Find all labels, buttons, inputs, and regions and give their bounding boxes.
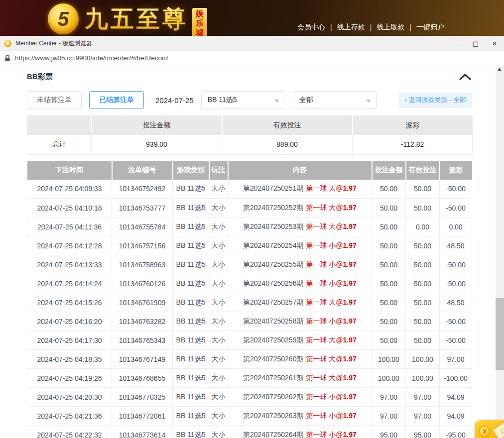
cell-valid-bet: 50.00 (406, 180, 440, 199)
scope-select[interactable]: 全部 (293, 91, 377, 109)
cell-bet-time: 2024-07-25 04:11:36 (27, 218, 112, 236)
cell-bet-time: 2024-07-25 04:19:26 (27, 369, 112, 388)
back-to-game-category-button[interactable]: ‹ 返回游戏类别 - 全部 (399, 93, 473, 108)
content-pick: 第一球 大@ (306, 374, 343, 382)
cell-play-type: 大小 (209, 426, 228, 438)
date-picker[interactable]: 2024-07-25 (155, 96, 194, 105)
cell-payout: 48.50 (440, 293, 472, 312)
content-pick: 第一球 大@ (306, 184, 343, 192)
cell-valid-bet: 50.00 (406, 293, 440, 312)
close-button[interactable]: ✕ (485, 36, 504, 51)
summary-header-payout: 派彩 (353, 115, 473, 135)
cell-content: 第202407250254期第一球 小@1.97 (228, 236, 372, 255)
table-row: 2024-07-25 04:11:36 101346755784 BB 11选5… (27, 218, 472, 236)
header-bet-id: 注单编号 (112, 161, 173, 180)
content-period: 第202407250252期 (243, 204, 303, 212)
lock-icon (4, 55, 10, 62)
cell-payout: 97.00 (440, 350, 472, 369)
cell-bet-time: 2024-07-25 04:21:36 (27, 407, 112, 426)
cell-play-type: 大小 (209, 255, 228, 274)
content-odds: 1.97 (343, 431, 357, 438)
scrollbar-thumb[interactable] (496, 298, 504, 370)
cell-content: 第202407250256期第一球 小@1.97 (228, 274, 372, 293)
cell-play-type: 大小 (209, 180, 228, 199)
content-pick: 第一球 小@ (306, 279, 343, 287)
cell-content: 第202407250264期第一球 小@1.97 (228, 426, 372, 438)
cell-bet-amount: 50.00 (372, 293, 406, 312)
badge-char: 娱 (196, 9, 204, 18)
content-period: 第202407250257期 (243, 298, 303, 306)
floating-rewards-widget[interactable]: ¥ (475, 420, 504, 438)
nav-separator: | (370, 23, 372, 31)
settled-bets-button[interactable]: 已结算注单 (89, 91, 144, 109)
nav-withdraw[interactable]: 线上取款 (377, 23, 404, 32)
cell-bet-time: 2024-07-25 04:17:30 (27, 331, 112, 350)
content-odds: 1.97 (343, 241, 357, 249)
bet-table-body: 2024-07-25 04:09:33 101346752492 BB 11选5… (27, 180, 472, 438)
cell-payout: -95.00 (440, 426, 472, 438)
content-odds: 1.97 (343, 204, 357, 212)
content-period: 第202407250259期 (243, 336, 303, 344)
cell-game-category: BB 11选5 (173, 218, 209, 236)
cell-valid-bet: 97.00 (406, 407, 440, 426)
badge-char: 乐 (196, 18, 204, 28)
content-period: 第202407250256期 (243, 279, 303, 287)
bet-table-header-row: 下注时间 注单编号 游戏类别 玩法 内容 投注金额 有效投注 派彩 (27, 161, 472, 180)
nav-one-click-transfer[interactable]: 一键归户 (416, 23, 444, 32)
header-valid-bet: 有效投注 (406, 161, 440, 180)
content-pick: 第一球 小@ (306, 317, 343, 325)
summary-header-bet-amount: 投注金额 (92, 115, 222, 135)
cell-bet-amount: 97.00 (372, 407, 406, 426)
summary-table: 投注金额 有效投注 派彩 总计 939.00 889.00 -112.82 (27, 115, 473, 155)
content-odds: 1.97 (343, 412, 357, 420)
cell-bet-id: 101346767149 (112, 350, 173, 369)
cell-valid-bet: 50.00 (406, 236, 440, 255)
minimize-button[interactable]: — (447, 36, 466, 51)
content-odds: 1.97 (343, 355, 357, 363)
bet-table: 下注时间 注单编号 游戏类别 玩法 内容 投注金额 有效投注 派彩 2024-0… (27, 161, 472, 438)
content-odds: 1.97 (343, 336, 357, 344)
table-row: 2024-07-25 04:22:32 101346773614 BB 11选5… (27, 426, 472, 438)
vertical-scrollbar[interactable] (496, 65, 504, 438)
content-pick: 第一球 大@ (306, 298, 343, 306)
content-odds: 1.97 (343, 279, 357, 287)
cell-bet-amount: 50.00 (372, 331, 406, 350)
cell-bet-time: 2024-07-25 04:20:30 (27, 388, 112, 407)
maximize-button[interactable]: □ (466, 36, 485, 51)
cell-game-category: BB 11选5 (173, 350, 209, 369)
address-bar[interactable]: https://www.jw05.cc:9900/infe/mcenter/#/… (0, 51, 504, 65)
cell-play-type: 大小 (209, 236, 228, 255)
content-pick: 第一球 小@ (306, 431, 343, 438)
content-period: 第202407250253期 (243, 222, 303, 230)
url-text[interactable]: https://www.jw05.cc:9900/infe/mcenter/#/… (15, 54, 168, 62)
table-row: 2024-07-25 04:12:28 101346757156 BB 11选5… (27, 236, 472, 255)
cell-game-category: BB 11选5 (173, 331, 209, 350)
game-select[interactable]: BB 11选5 (201, 91, 285, 109)
cell-payout: 94.09 (440, 388, 472, 407)
cell-bet-time: 2024-07-25 04:13:33 (27, 255, 112, 274)
cell-bet-id: 101346760126 (112, 274, 173, 293)
nav-member-center[interactable]: 会员中心 (297, 23, 325, 32)
cell-bet-time: 2024-07-25 04:12:28 (27, 236, 112, 255)
cell-payout: 94.09 (440, 407, 472, 426)
summary-total-label: 总计 (27, 135, 92, 154)
nav-deposit[interactable]: 线上存款 (337, 23, 365, 32)
collapse-chevron-up-icon[interactable] (459, 74, 471, 80)
cell-valid-bet: 100.00 (406, 350, 440, 369)
unsettled-bets-button[interactable]: 未结算注单 (27, 91, 82, 109)
cell-bet-amount: 100.00 (372, 369, 406, 388)
cell-game-category: BB 11选5 (173, 199, 209, 218)
cell-bet-id: 101346763282 (112, 312, 173, 331)
cell-bet-amount: 50.00 (372, 180, 406, 199)
cell-payout: -50.00 (440, 255, 472, 274)
cell-content: 第202407250263期第一球 小@1.97 (228, 407, 372, 426)
cell-game-category: BB 11选5 (173, 293, 209, 312)
content-odds: 1.97 (343, 222, 357, 230)
cell-game-category: BB 11选5 (173, 312, 209, 331)
cell-bet-id: 101346757156 (112, 236, 173, 255)
scrollbar-up-arrow-icon[interactable] (498, 68, 502, 71)
cell-bet-id: 101346752492 (112, 180, 173, 199)
content-period: 第202407250261期 (243, 374, 303, 382)
cell-payout: -100.00 (440, 369, 472, 388)
content-period: 第202407250251期 (243, 184, 303, 192)
